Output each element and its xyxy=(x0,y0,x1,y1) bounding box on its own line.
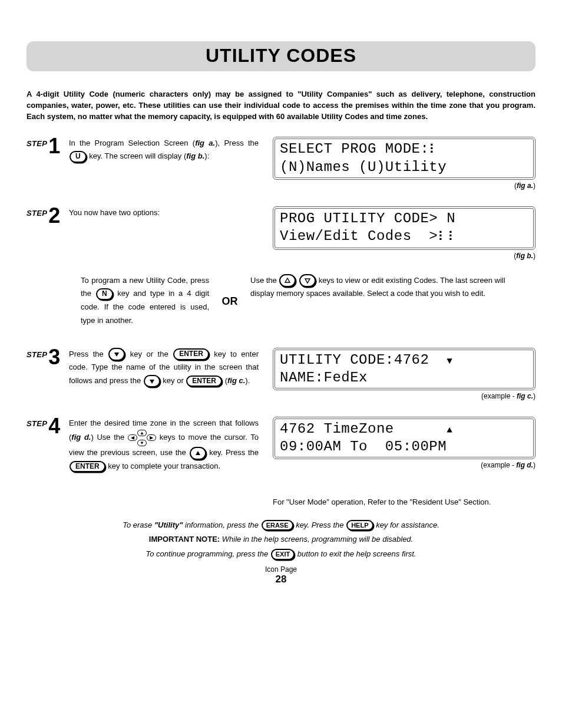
lcd-line2: NAME:FedEx xyxy=(280,370,368,386)
fig-ref: fig d. xyxy=(516,461,533,469)
left-arrow-icon: ◀ xyxy=(128,434,137,441)
text: information, press the xyxy=(183,521,260,529)
text: While in the help screens, programming w… xyxy=(220,535,413,543)
text: key. Press the xyxy=(207,448,259,457)
fig-a-caption: (fig a.) xyxy=(273,182,535,190)
key-up-arrow xyxy=(190,447,206,460)
lcd-line1: SELECT PROG MODE: xyxy=(280,141,429,157)
fig-ref: fig c. xyxy=(227,376,245,385)
up-arrow-icon: ▲ xyxy=(137,430,147,436)
key-erase: ERASE xyxy=(262,520,293,531)
text: key. The screen will display ( xyxy=(87,151,187,160)
text: Press the xyxy=(69,350,108,358)
option-program-new: To program a new Utility Code, press the… xyxy=(27,274,209,328)
step-2-options: To program a new Utility Code, press the… xyxy=(27,274,535,328)
lcd-line2: View/Edit Codes > xyxy=(280,228,438,244)
step-label: STEP xyxy=(27,348,47,359)
lcd-fig-d: 4762 TimeZone ▲ 09:00AM To 05:00PM xyxy=(273,417,535,459)
text: ). xyxy=(245,376,250,385)
fig-ref: fig b. xyxy=(516,252,533,260)
step-3-body: Press the key or the ENTER key to enter … xyxy=(69,348,262,388)
text: ( xyxy=(223,376,227,385)
text: To continue programming, press the xyxy=(146,549,270,558)
key-u: U xyxy=(70,151,87,163)
step-3-row: STEP3 Press the key or the ENTER key to … xyxy=(27,348,535,411)
text: Use the xyxy=(250,276,279,285)
text: key to complete your transaction. xyxy=(106,462,220,470)
step-3-number: 3 xyxy=(48,348,60,367)
text: ), Press the xyxy=(215,139,259,147)
step-2-row: STEP2 You now have two options: PROG UTI… xyxy=(27,206,535,271)
fig-ref: fig c. xyxy=(517,392,533,400)
fig-d-caption: (example - fig d.) xyxy=(273,461,535,469)
key-n: N xyxy=(96,288,113,300)
title-bar: UTILITY CODES xyxy=(27,41,535,71)
text: key for assistance. xyxy=(374,521,439,529)
text: button to exit the help screens first. xyxy=(295,549,416,558)
lcd-fig-c: UTILITY CODE:4762 ▼ NAME:FedEx xyxy=(273,348,535,390)
option-view-edit: Use the keys to view or edit existing Co… xyxy=(250,274,535,301)
text: In the Program Selection Screen ( xyxy=(69,139,195,147)
key-down-arrow xyxy=(299,274,316,287)
step-label: STEP xyxy=(27,206,47,218)
page-title: UTILITY CODES xyxy=(27,45,535,67)
lcd-line1: UTILITY CODE:4762 xyxy=(280,352,429,368)
up-arrow-icon: ▲ xyxy=(447,425,452,436)
key-exit: EXIT xyxy=(271,549,295,559)
step-label: STEP xyxy=(27,417,47,428)
key-help: HELP xyxy=(346,520,373,531)
page-number: 28 xyxy=(27,574,535,585)
text: You now have two options: xyxy=(69,208,160,217)
lcd-fig-a: SELECT PROG MODE:⠇ (N)Names (U)Utility xyxy=(273,137,535,180)
key-up-arrow xyxy=(279,274,296,287)
step-1-body: In the Program Selection Screen (fig a.)… xyxy=(69,137,262,164)
step-2-body: You now have two options: xyxy=(69,206,262,220)
arrow-keys-cluster-icon: ▲ ▼ ◀ ▶ xyxy=(128,430,156,446)
fig-c-caption: (example - fig c.) xyxy=(273,392,535,400)
right-arrow-icon: ▶ xyxy=(147,434,156,441)
lcd-fig-b: PROG UTILITY CODE> N View/Edit Codes >⠇⠇ xyxy=(273,206,535,250)
step-4-number: 4 xyxy=(48,417,60,436)
fig-b-caption: (fig b.) xyxy=(273,252,535,260)
key-down-arrow xyxy=(108,348,125,361)
text: example - xyxy=(483,461,516,469)
lcd-line2: (N)Names (U)Utility xyxy=(280,159,447,175)
footer-notes: To erase "Utility" information, press th… xyxy=(27,518,535,562)
down-dot-arrow-icon: ⠇ xyxy=(429,143,439,159)
fig-ref: fig a. xyxy=(195,139,215,147)
fig-ref: fig a. xyxy=(517,182,533,190)
text: example - xyxy=(484,392,517,400)
down-arrow-icon: ▼ xyxy=(137,440,147,446)
key-down-arrow xyxy=(144,375,160,388)
key-enter: ENTER xyxy=(173,348,209,360)
text: ): xyxy=(204,151,209,160)
step-1-row: STEP1 In the Program Selection Screen (f… xyxy=(27,137,535,201)
icon-page-label: Icon Page xyxy=(27,565,535,574)
fig-ref: fig d. xyxy=(71,433,91,442)
text: key or xyxy=(161,376,186,385)
or-label: OR xyxy=(209,274,250,308)
text: To erase xyxy=(123,521,154,529)
text: key. Press the xyxy=(294,521,346,529)
lcd-line1: PROG UTILITY CODE> N xyxy=(280,210,455,226)
step-2-number: 2 xyxy=(48,206,60,225)
step-4-row: STEP4 Enter the desired time zone in the… xyxy=(27,417,535,506)
updown-dot-arrow-icon: ⠇⠇ xyxy=(438,230,457,246)
down-arrow-icon: ▼ xyxy=(447,356,452,367)
lcd-line2: 09:00AM To 05:00PM xyxy=(280,439,447,454)
important-label: IMPORTANT NOTE: xyxy=(149,535,220,543)
intro-paragraph: A 4-digit Utility Code (numeric characte… xyxy=(27,89,535,123)
user-mode-note: For "User Mode" operation, Refer to the … xyxy=(273,498,535,506)
key-enter: ENTER xyxy=(186,375,222,387)
lcd-line1: 4762 TimeZone xyxy=(280,421,394,437)
text: "Utility" xyxy=(154,521,183,529)
step-1-number: 1 xyxy=(48,137,60,156)
step-label: STEP xyxy=(27,137,47,148)
fig-ref: fig b. xyxy=(186,151,204,160)
text: ) Use the xyxy=(91,433,128,442)
step-4-body: Enter the desired time zone in the scree… xyxy=(69,417,262,473)
text: key or the xyxy=(125,350,173,358)
key-enter: ENTER xyxy=(70,461,105,473)
